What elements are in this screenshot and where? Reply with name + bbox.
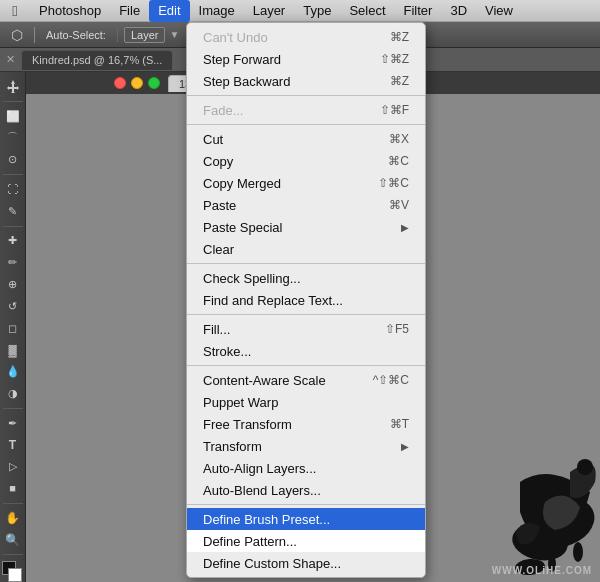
menu-item-free-transform[interactable]: Free Transform ⌘T <box>187 413 425 435</box>
menu-item-check-spelling[interactable]: Check Spelling... <box>187 267 425 289</box>
fill-shortcut: ⇧F5 <box>385 322 409 336</box>
copy-merged-shortcut: ⇧⌘C <box>378 176 409 190</box>
menu-item-define-brush[interactable]: Define Brush Preset... <box>187 508 425 530</box>
close-icon[interactable]: ✕ <box>6 53 15 66</box>
copy-label: Copy <box>203 154 380 169</box>
menubar:  Photoshop File Edit Image Layer Type S… <box>0 0 600 22</box>
clear-label: Clear <box>203 242 409 257</box>
tool-separator-4 <box>3 408 23 409</box>
menu-item-fade[interactable]: Fade... ⇧⌘F <box>187 99 425 121</box>
menu-item-content-aware-scale[interactable]: Content-Aware Scale ^⇧⌘C <box>187 369 425 391</box>
svg-marker-0 <box>7 80 19 93</box>
menu-photoshop[interactable]: Photoshop <box>30 0 110 22</box>
cut-label: Cut <box>203 132 381 147</box>
menu-item-paste-special[interactable]: Paste Special ▶ <box>187 216 425 238</box>
check-spelling-label: Check Spelling... <box>203 271 409 286</box>
menu-item-paste[interactable]: Paste ⌘V <box>187 194 425 216</box>
menu-item-step-forward[interactable]: Step Forward ⇧⌘Z <box>187 48 425 70</box>
copy-merged-label: Copy Merged <box>203 176 370 191</box>
eyedropper-tool[interactable]: ✎ <box>2 201 24 222</box>
menu-item-copy-merged[interactable]: Copy Merged ⇧⌘C <box>187 172 425 194</box>
edit-menu-dropdown[interactable]: Can't Undo ⌘Z Step Forward ⇧⌘Z Step Back… <box>186 22 426 578</box>
menu-item-auto-align[interactable]: Auto-Align Layers... <box>187 457 425 479</box>
auto-blend-label: Auto-Blend Layers... <box>203 483 409 498</box>
free-transform-label: Free Transform <box>203 417 382 432</box>
auto-select-label: Auto-Select: <box>41 27 111 43</box>
rectangular-marquee-tool[interactable]: ⬜ <box>2 106 24 127</box>
minimize-button[interactable] <box>131 77 143 89</box>
move-tool[interactable] <box>2 76 24 97</box>
define-custom-shape-label: Define Custom Shape... <box>203 556 409 571</box>
menu-image[interactable]: Image <box>190 0 244 22</box>
dropdown-arrow-icon: ▼ <box>169 29 179 40</box>
menu-item-cut[interactable]: Cut ⌘X <box>187 128 425 150</box>
healing-brush-tool[interactable]: ✚ <box>2 231 24 252</box>
content-aware-label: Content-Aware Scale <box>203 373 365 388</box>
menu-item-define-pattern[interactable]: Define Pattern... <box>187 530 425 552</box>
define-brush-label: Define Brush Preset... <box>203 512 409 527</box>
menu-select[interactable]: Select <box>340 0 394 22</box>
shape-tool[interactable]: ■ <box>2 478 24 499</box>
menu-edit[interactable]: Edit <box>149 0 189 22</box>
history-brush-tool[interactable]: ↺ <box>2 296 24 317</box>
menu-file[interactable]: File <box>110 0 149 22</box>
menu-item-step-backward[interactable]: Step Backward ⌘Z <box>187 70 425 92</box>
transform-label: Transform <box>203 439 401 454</box>
menu-separator-2 <box>187 124 425 125</box>
gradient-tool[interactable]: ▓ <box>2 339 24 360</box>
auto-align-label: Auto-Align Layers... <box>203 461 409 476</box>
stamp-tool[interactable]: ⊕ <box>2 274 24 295</box>
left-toolbar: ⬜ ⌒ ⊙ ⛶ ✎ ✚ ✏ ⊕ ↺ ◻ ▓ 💧 ◑ ✒ T ▷ ■ ✋ 🔍 <box>0 72 26 582</box>
paste-special-submenu-arrow: ▶ <box>401 222 409 233</box>
menu-view[interactable]: View <box>476 0 522 22</box>
color-picker[interactable] <box>2 561 24 582</box>
zoom-tool[interactable]: 🔍 <box>2 530 24 551</box>
lasso-tool[interactable]: ⌒ <box>2 128 24 149</box>
menu-separator-3 <box>187 263 425 264</box>
stroke-label: Stroke... <box>203 344 409 359</box>
toolbar-separator-1 <box>34 27 35 43</box>
menu-item-cant-undo[interactable]: Can't Undo ⌘Z <box>187 26 425 48</box>
quick-select-tool[interactable]: ⊙ <box>2 149 24 170</box>
menu-item-copy[interactable]: Copy ⌘C <box>187 150 425 172</box>
hand-tool[interactable]: ✋ <box>2 508 24 529</box>
tool-separator-5 <box>3 503 23 504</box>
step-backward-shortcut: ⌘Z <box>390 74 409 88</box>
menu-separator-1 <box>187 95 425 96</box>
menu-item-auto-blend[interactable]: Auto-Blend Layers... <box>187 479 425 501</box>
apple-menu[interactable]:  <box>0 2 30 19</box>
menu-item-clear[interactable]: Clear <box>187 238 425 260</box>
dodge-tool[interactable]: ◑ <box>2 383 24 404</box>
step-backward-label: Step Backward <box>203 74 382 89</box>
svg-point-6 <box>573 542 583 562</box>
maximize-button[interactable] <box>148 77 160 89</box>
document-tab[interactable]: Kindred.psd @ 16,7% (S... <box>21 50 173 70</box>
menu-item-define-custom-shape[interactable]: Define Custom Shape... <box>187 552 425 574</box>
ink-splatter-image <box>470 382 600 582</box>
fade-label: Fade... <box>203 103 372 118</box>
crop-tool[interactable]: ⛶ <box>2 179 24 200</box>
menu-separator-6 <box>187 504 425 505</box>
brush-tool[interactable]: ✏ <box>2 252 24 273</box>
menu-item-transform[interactable]: Transform ▶ <box>187 435 425 457</box>
layer-select[interactable]: Layer <box>124 27 166 43</box>
menu-item-find-replace[interactable]: Find and Replace Text... <box>187 289 425 311</box>
menu-item-stroke[interactable]: Stroke... <box>187 340 425 362</box>
blur-tool[interactable]: 💧 <box>2 361 24 382</box>
close-button[interactable] <box>114 77 126 89</box>
transform-submenu-arrow: ▶ <box>401 441 409 452</box>
puppet-warp-label: Puppet Warp <box>203 395 409 410</box>
menu-layer[interactable]: Layer <box>244 0 295 22</box>
paste-label: Paste <box>203 198 381 213</box>
menu-separator-4 <box>187 314 425 315</box>
menu-3d[interactable]: 3D <box>441 0 476 22</box>
path-selection-tool[interactable]: ▷ <box>2 456 24 477</box>
pen-tool[interactable]: ✒ <box>2 413 24 434</box>
menu-type[interactable]: Type <box>294 0 340 22</box>
eraser-tool[interactable]: ◻ <box>2 318 24 339</box>
type-tool[interactable]: T <box>2 434 24 455</box>
tool-separator-3 <box>3 226 23 227</box>
menu-item-fill[interactable]: Fill... ⇧F5 <box>187 318 425 340</box>
menu-item-puppet-warp[interactable]: Puppet Warp <box>187 391 425 413</box>
menu-filter[interactable]: Filter <box>395 0 442 22</box>
